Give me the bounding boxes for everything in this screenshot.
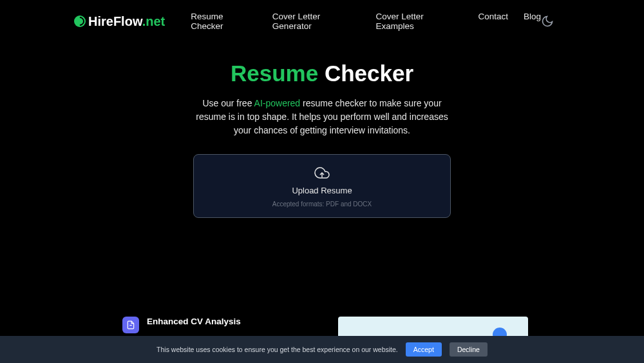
upload-dropzone[interactable]: Upload Resume Accepted formats: PDF and … — [193, 154, 451, 218]
nav-contact[interactable]: Contact — [478, 12, 508, 31]
feature-preview — [338, 317, 528, 337]
nav-cover-letter-generator[interactable]: Cover Letter Generator — [272, 12, 361, 31]
page-title: Resume Checker — [231, 61, 413, 86]
main-content: Resume Checker Use our free AI-powered r… — [0, 43, 644, 218]
feature-card: Enhanced CV Analysis — [122, 317, 241, 337]
subtitle-highlight: AI-powered — [254, 98, 301, 108]
title-main: Checker — [325, 61, 413, 86]
moon-icon — [541, 15, 554, 28]
document-icon — [126, 320, 135, 329]
logo[interactable]: HireFlow.net — [74, 14, 165, 29]
feature-section: Enhanced CV Analysis — [122, 317, 528, 337]
theme-toggle[interactable] — [541, 15, 554, 28]
nav-resume-checker[interactable]: Resume Checker — [191, 12, 257, 31]
feature-title: Enhanced CV Analysis — [147, 317, 241, 326]
upload-label: Upload Resume — [292, 186, 352, 195]
feature-icon-box — [122, 317, 139, 333]
logo-prefix: HireFlow — [88, 14, 142, 28]
cookie-accept-button[interactable]: Accept — [406, 342, 442, 357]
logo-text: HireFlow.net — [88, 14, 165, 29]
subtitle: Use our free AI-powered resume checker t… — [193, 97, 451, 137]
main-nav: Resume Checker Cover Letter Generator Co… — [191, 12, 541, 31]
title-highlight: Resume — [231, 61, 318, 86]
subtitle-pre: Use our free — [202, 98, 254, 108]
nav-blog[interactable]: Blog — [524, 12, 541, 31]
logo-suffix: .net — [142, 14, 166, 28]
logo-icon — [74, 15, 86, 27]
cookie-text: This website uses cookies to ensure you … — [156, 346, 398, 353]
cloud-upload-icon — [314, 165, 330, 181]
cookie-banner: This website uses cookies to ensure you … — [0, 336, 644, 363]
upload-hint: Accepted formats: PDF and DOCX — [272, 201, 372, 208]
header: HireFlow.net Resume Checker Cover Letter… — [0, 0, 644, 43]
cookie-decline-button[interactable]: Decline — [450, 342, 488, 357]
nav-cover-letter-examples[interactable]: Cover Letter Examples — [375, 12, 462, 31]
